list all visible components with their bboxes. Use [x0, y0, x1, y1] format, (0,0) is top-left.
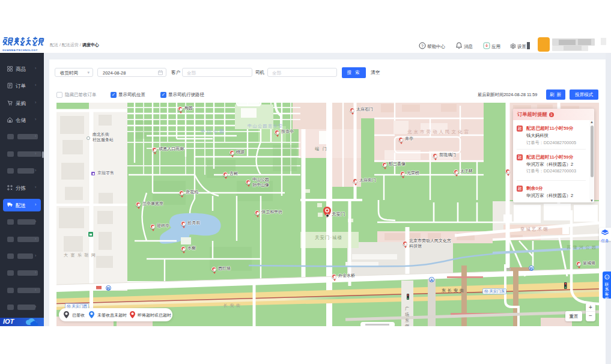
svg-text:?: ?: [421, 44, 424, 48]
